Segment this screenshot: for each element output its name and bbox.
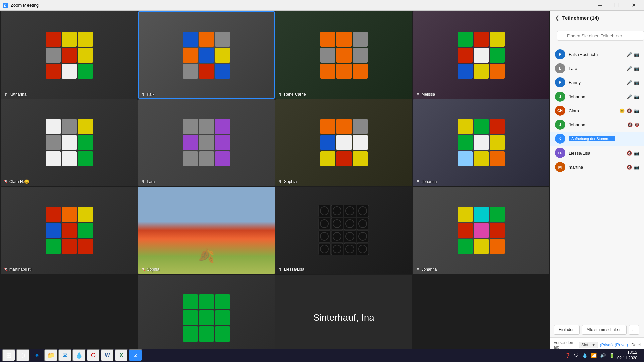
svg-rect-46 [46,119,61,134]
tray-icon-network[interactable]: 📶 [590,353,598,358]
video-cell-lara[interactable]: Lara [138,99,275,186]
svg-rect-91 [62,207,77,222]
video-cell-clarah[interactable]: Clara H.😊 [1,99,138,186]
video-cell-katharina[interactable]: Katharina [1,11,138,99]
avatar-liessalisa: LE [555,148,565,158]
edge-button[interactable]: e [30,349,44,361]
tray-icon-sound[interactable]: 🔊 [599,353,607,358]
svg-rect-42 [474,64,489,79]
clock-time: 13:12 [617,350,637,355]
svg-rect-151 [183,310,198,325]
svg-rect-9 [62,64,77,79]
avatar-fanny: F [555,77,565,87]
word-button[interactable]: W [101,349,114,361]
participant-row-clara[interactable]: CH Clara 😊 🔇 📷 [550,104,644,118]
mail-button[interactable]: ✉ [58,349,72,361]
explorer-button[interactable]: 📁 [44,349,58,361]
svg-rect-7 [78,48,93,63]
svg-rect-59 [215,119,230,134]
panel-title: Teilnehmer (14) [562,15,599,21]
svg-rect-29 [353,48,368,63]
dropbox-button[interactable]: 💧 [72,349,86,361]
mic-icon-falk [141,92,146,97]
participant-search-input[interactable] [557,31,644,41]
participant-label-clarah: Clara H.😊 [3,179,29,184]
video-cell-falk[interactable]: Falk [138,11,275,99]
tray-icon-dropbox[interactable]: 💧 [581,353,589,358]
tray-icon-security[interactable]: 🛡 [573,353,580,358]
opera-button[interactable]: O [87,349,100,361]
participant-row-martina[interactable]: M martina 🔇 📷 [550,160,644,174]
cube-fanny [179,291,233,345]
main-container: Katharina F [0,11,644,362]
mic-muted-icon-sophia2 [141,267,146,272]
svg-rect-74 [320,151,335,166]
svg-rect-26 [353,32,368,47]
participant-row-k[interactable]: K Aufhebung der Stummschaltung anf [550,132,644,146]
close-button[interactable]: ✕ [626,0,641,11]
svg-rect-20 [199,64,214,79]
panel-collapse-button[interactable]: ❮ [555,15,559,21]
video-status-falk: 📷 [634,52,639,57]
search-wrapper: 🔍 [554,28,641,43]
svg-rect-54 [78,151,93,166]
minimize-button[interactable]: ─ [592,0,608,11]
file-label[interactable]: Datei [631,343,641,347]
video-cell-sophia2[interactable]: 🍂 Sophia [138,187,275,274]
mic-icon-johanna2 [416,267,420,272]
video-cell-johanna1[interactable]: Johanna [413,99,550,186]
svg-rect-92 [78,207,93,222]
mic-muted-icon-clarah [3,179,8,184]
svg-rect-49 [46,135,61,150]
svg-point-11 [5,93,7,95]
video-grid: Katharina F [0,11,550,362]
titlebar: Z Zoom Meeting ─ ❐ ✕ [0,0,644,11]
svg-rect-23 [143,95,144,96]
mic-icon-lara [141,179,146,184]
participant-row-lara[interactable]: L Lara 🎤 📷 [550,61,644,75]
svg-rect-70 [353,119,368,134]
svg-rect-79 [458,119,473,134]
zoom-logo-icon: Z [3,3,8,8]
restore-button[interactable]: ❐ [609,0,625,11]
panel-actions: Einladen Alle stummschalten ... [550,322,644,337]
mic-muted-icon-martinapristl [3,267,8,272]
participant-row-johanna1[interactable]: J Johanna 🎤 📷 [550,89,644,104]
more-options-button[interactable]: ... [629,325,639,335]
mute-all-button[interactable]: Alle stummschalten [582,325,627,335]
svg-point-146 [417,268,419,270]
svg-rect-5 [46,48,61,63]
recipient-dropdown[interactable]: Sint...▼ [579,342,598,348]
video-cell-rene[interactable]: René Carrié [275,11,412,99]
participant-row-falk[interactable]: F Falk (Host, ich) 🎤 📷 [550,47,644,61]
video-cell-martinapristl[interactable]: martinapristl [1,187,138,274]
svg-rect-31 [336,64,352,79]
video-cell-melissa[interactable]: Melissa [413,11,550,99]
start-button[interactable]: ⊞ [2,349,15,361]
svg-rect-6 [62,48,77,63]
video-cell-liessalisa[interactable]: Liessa/Lisa [275,187,412,274]
participant-row-johanna2[interactable]: J Johanna 🔇 📵 [550,118,644,132]
video-cell-sophia[interactable]: Sophia [275,99,412,186]
cube-katharina [42,28,96,82]
participant-icons-fanny: 🎤 📷 [627,80,639,85]
video-cell-johanna2[interactable]: Johanna [413,187,550,274]
participant-row-fanny[interactable]: F Fanny 🎤 📷 [550,75,644,89]
tray-icon-battery[interactable]: 🔋 [608,353,616,358]
zoom-taskbar-button[interactable]: Z [129,349,142,361]
participant-row-liessalisa[interactable]: LE Liessa/Lisa 🔇 📷 [550,146,644,160]
tray-icon-question[interactable]: ❓ [564,353,572,358]
svg-rect-152 [199,310,214,325]
excel-button[interactable]: X [115,349,128,361]
invite-button[interactable]: Einladen [554,325,580,335]
svg-point-22 [142,93,144,95]
svg-rect-41 [458,64,473,79]
task-view-button[interactable]: ⬡ [16,349,30,361]
cube-johanna2 [454,203,508,257]
svg-rect-34 [280,95,281,96]
svg-rect-4 [78,32,93,47]
svg-point-33 [279,93,281,95]
svg-rect-39 [474,48,489,63]
mic-status-clara: 🔇 [627,108,632,113]
svg-rect-58 [199,119,214,134]
